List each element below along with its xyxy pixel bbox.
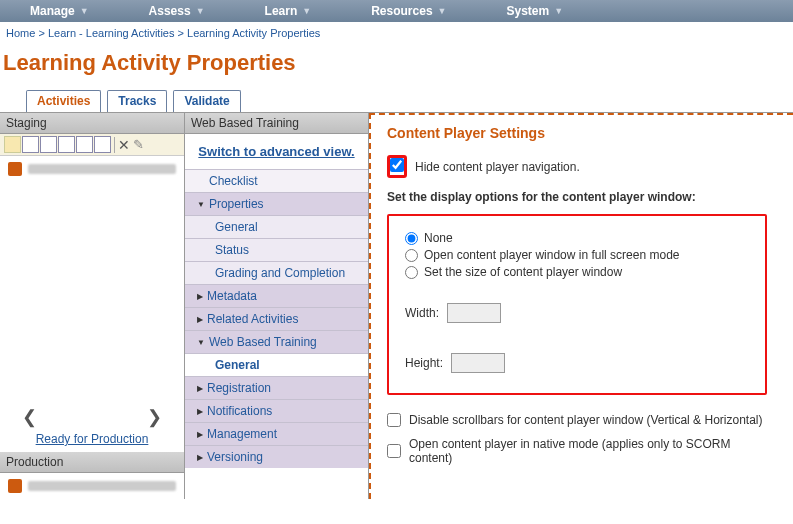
content-player-settings-title: Content Player Settings (387, 125, 777, 141)
page-title: Learning Activity Properties (0, 44, 793, 90)
hide-nav-label: Hide content player navigation. (415, 160, 580, 174)
display-full-label: Open content player window in full scree… (424, 248, 679, 262)
nav-management[interactable]: Management (185, 422, 368, 445)
native-mode-checkbox[interactable] (387, 444, 401, 458)
tool-icon-1[interactable] (22, 136, 39, 153)
nav-wbt-general[interactable]: General (185, 353, 368, 376)
nav-related[interactable]: Related Activities (185, 307, 368, 330)
delete-icon[interactable]: ✕ (118, 137, 130, 153)
tab-bar: Activities Tracks Validate (0, 90, 793, 112)
staging-item[interactable] (0, 156, 184, 182)
nav-wbt[interactable]: Web Based Training (185, 330, 368, 353)
display-full-radio[interactable] (405, 249, 418, 262)
properties-nav-panel: Web Based Training Switch to advanced vi… (185, 113, 369, 499)
activity-icon (8, 162, 22, 176)
production-item[interactable] (0, 473, 184, 499)
pager: ❮ ❯ (0, 402, 184, 432)
display-size-label: Set the size of content player window (424, 265, 622, 279)
chevron-down-icon: ▼ (302, 6, 311, 16)
tab-activities[interactable]: Activities (26, 90, 101, 112)
mid-header: Web Based Training (185, 113, 368, 134)
disable-scrollbars-checkbox[interactable] (387, 413, 401, 427)
staging-toolbar: ✕ ✎ (0, 134, 184, 156)
production-header: Production (0, 452, 184, 473)
width-label: Width: (405, 306, 439, 320)
separator (114, 137, 115, 153)
nav-grading[interactable]: Grading and Completion (185, 261, 368, 284)
ready-for-production-link[interactable]: Ready for Production (0, 432, 184, 452)
chevron-down-icon: ▼ (438, 6, 447, 16)
switch-advanced-link[interactable]: Switch to advanced view. (198, 144, 354, 159)
native-mode-label: Open content player in native mode (appl… (409, 437, 777, 465)
tool-icon-2[interactable] (40, 136, 57, 153)
height-input[interactable] (451, 353, 505, 373)
menu-assess[interactable]: Assess▼ (119, 4, 235, 18)
chevron-down-icon: ▼ (80, 6, 89, 16)
tool-icon-5[interactable] (94, 136, 111, 153)
next-arrow-icon[interactable]: ❯ (147, 406, 162, 428)
staging-panel: Staging ✕ ✎ ❮ ❯ Ready for Production Pro… (0, 113, 185, 499)
activity-name-blurred (28, 481, 176, 491)
height-label: Height: (405, 356, 443, 370)
top-nav: Manage▼ Assess▼ Learn▼ Resources▼ System… (0, 0, 793, 22)
breadcrumb-current: Learning Activity Properties (187, 27, 320, 39)
breadcrumb: Home > Learn - Learning Activities > Lea… (0, 22, 793, 44)
breadcrumb-home[interactable]: Home (6, 27, 35, 39)
menu-learn[interactable]: Learn▼ (235, 4, 342, 18)
nav-notifications[interactable]: Notifications (185, 399, 368, 422)
display-options-label: Set the display options for the content … (387, 190, 777, 204)
content-area: Content Player Settings Hide content pla… (369, 113, 793, 499)
disable-scrollbars-label: Disable scrollbars for content player wi… (409, 413, 762, 427)
activity-icon (8, 479, 22, 493)
new-icon[interactable] (4, 136, 21, 153)
breadcrumb-learn[interactable]: Learn - Learning Activities (48, 27, 175, 39)
tool-icon-4[interactable] (76, 136, 93, 153)
hide-nav-checkbox[interactable] (390, 158, 404, 172)
activity-name-blurred (28, 164, 176, 174)
nav-versioning[interactable]: Versioning (185, 445, 368, 468)
highlight-radio-box: None Open content player window in full … (387, 214, 767, 395)
staging-header: Staging (0, 113, 184, 134)
wrench-icon[interactable]: ✎ (133, 137, 144, 152)
display-none-radio[interactable] (405, 232, 418, 245)
display-size-radio[interactable] (405, 266, 418, 279)
chevron-down-icon: ▼ (196, 6, 205, 16)
prev-arrow-icon[interactable]: ❮ (22, 406, 37, 428)
nav-checklist[interactable]: Checklist (185, 169, 368, 192)
menu-system[interactable]: System▼ (476, 4, 593, 18)
nav-general[interactable]: General (185, 215, 368, 238)
display-none-label: None (424, 231, 453, 245)
chevron-down-icon: ▼ (554, 6, 563, 16)
menu-resources[interactable]: Resources▼ (341, 4, 476, 18)
tab-validate[interactable]: Validate (173, 90, 240, 112)
width-input[interactable] (447, 303, 501, 323)
tool-icon-3[interactable] (58, 136, 75, 153)
highlight-checkbox-box (387, 155, 407, 178)
nav-properties[interactable]: Properties (185, 192, 368, 215)
nav-status[interactable]: Status (185, 238, 368, 261)
tab-tracks[interactable]: Tracks (107, 90, 167, 112)
nav-registration[interactable]: Registration (185, 376, 368, 399)
nav-metadata[interactable]: Metadata (185, 284, 368, 307)
menu-manage[interactable]: Manage▼ (0, 4, 119, 18)
